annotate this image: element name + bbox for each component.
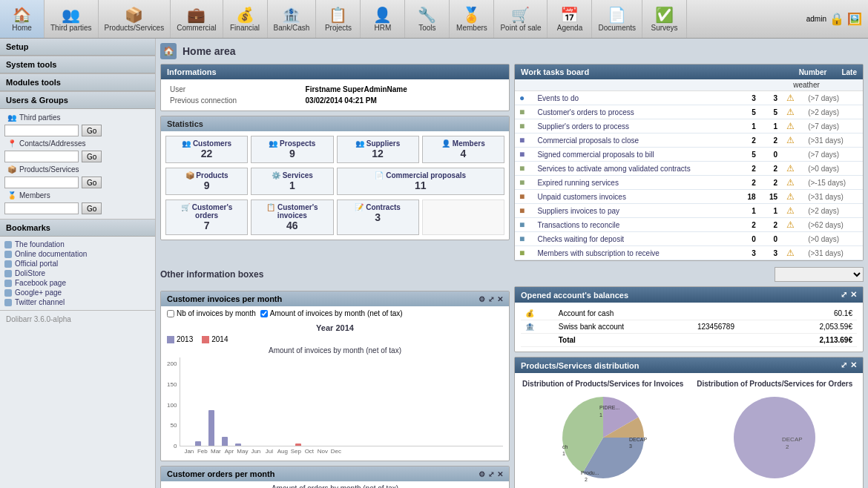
- stat-products[interactable]: 📦 Products 9: [165, 168, 248, 195]
- task-row: ■ Signed commercial proposals to bill 5 …: [515, 148, 863, 162]
- sidebar-modules-tools-title[interactable]: Modules tools: [0, 74, 155, 91]
- distribution-resize-icon[interactable]: ⤢: [841, 360, 847, 370]
- chart-close-icon[interactable]: ✕: [497, 295, 503, 303]
- stat-customer-orders[interactable]: 🛒 Customer's orders 7: [165, 200, 248, 235]
- orders-close-icon[interactable]: ✕: [497, 470, 503, 478]
- nav-commercial[interactable]: 💼 Commercial: [171, 0, 223, 38]
- products-go-button[interactable]: Go: [82, 177, 102, 188]
- task-row: ■ Unpaid customers invoices 18 15 ⚠ (>31…: [515, 190, 863, 204]
- task-label[interactable]: Supplier's orders to process: [533, 119, 738, 133]
- task-status-icon: ■: [515, 232, 533, 246]
- bookmark-googleplus[interactable]: Google+ page: [4, 288, 151, 297]
- stat-contracts[interactable]: 📝 Contracts 3: [337, 200, 419, 235]
- other-info-filter-select[interactable]: [775, 267, 864, 282]
- members-go-button[interactable]: Go: [82, 202, 102, 214]
- orders-resize-icon[interactable]: ⤢: [488, 470, 494, 478]
- task-label[interactable]: Suppliers invoices to pay: [533, 204, 738, 218]
- bookmark-twitter[interactable]: Twitter channel: [4, 297, 151, 307]
- orders-chart-controls: ⚙ ⤢ ✕: [479, 470, 503, 478]
- task-label[interactable]: Customer's orders to process: [533, 105, 738, 119]
- products-distribution-header: Products/Services distribution ⤢ ✕: [515, 357, 863, 373]
- nav-agenda[interactable]: 📅 Agenda: [548, 0, 592, 38]
- task-late-number: 3: [760, 91, 782, 105]
- task-label[interactable]: Unpaid customers invoices: [533, 190, 738, 204]
- amount-invoices-checkbox[interactable]: [260, 310, 268, 317]
- bookmark-official-portal[interactable]: Official portal: [4, 259, 151, 268]
- stat-customer-invoices[interactable]: 📋 Customer's invoices 46: [251, 200, 333, 235]
- warn-icon: ⚠: [786, 163, 795, 174]
- nav-home[interactable]: 🏠 Home: [0, 0, 45, 38]
- sidebar-bookmarks-title[interactable]: Bookmarks: [0, 220, 155, 237]
- task-warn-cell: ⚠: [782, 162, 803, 176]
- chart-with-axis: 200 150 100 50 0 JanFebMarAprMayJunJulAu…: [167, 357, 503, 455]
- bookmark-foundation[interactable]: The foundation: [4, 240, 151, 249]
- stat-services[interactable]: ⚙️ Services 1: [251, 168, 333, 195]
- nav-documents[interactable]: 📄 Documents: [592, 0, 642, 38]
- stats-row3: 🛒 Customer's orders 7 📋 Customer's invoi…: [161, 200, 509, 240]
- nav-members[interactable]: 🏅 Members: [450, 0, 494, 38]
- third-parties-search-input[interactable]: [4, 125, 79, 136]
- nav-financial[interactable]: 💰 Financial: [223, 0, 268, 38]
- sidebar: Setup System tools Modules tools Users &…: [0, 39, 156, 488]
- pie-label-ch: ch: [562, 444, 568, 449]
- nav-surveys[interactable]: ✅ Surveys: [642, 0, 687, 38]
- task-status-icon: ●: [515, 91, 533, 105]
- nav-third-parties[interactable]: 👥 Third parties: [45, 0, 99, 38]
- task-label[interactable]: Expired running services: [533, 176, 738, 190]
- accounts-close-icon[interactable]: ✕: [850, 290, 857, 300]
- stat-commercial-proposals[interactable]: 📄 Commercial proposals 11: [337, 168, 505, 195]
- task-label[interactable]: Transactions to reconcile: [533, 218, 738, 232]
- sidebar-users-groups-title[interactable]: Users & Groups: [0, 92, 155, 109]
- task-row: ■ Supplier's orders to process 1 1 ⚠ (>7…: [515, 119, 863, 133]
- task-label[interactable]: Events to do: [533, 91, 738, 105]
- task-label[interactable]: Services to activate among validated con…: [533, 162, 738, 176]
- go-row-members: Go: [4, 202, 151, 214]
- task-warn-cell: ⚠: [782, 176, 803, 190]
- distribution-controls: ⤢ ✕: [841, 360, 857, 370]
- sidebar-link-third-parties[interactable]: 👥 Third parties: [4, 112, 151, 123]
- task-warn-cell: ⚠: [782, 133, 803, 148]
- chart-box-controls: ⚙ ⤢ ✕: [479, 295, 503, 303]
- task-label[interactable]: Signed commercial proposals to bill: [533, 148, 738, 162]
- bar-month-label: Apr: [223, 448, 235, 455]
- stat-prospects[interactable]: 👥 Prospects 9: [251, 136, 333, 163]
- sidebar-setup-title[interactable]: Setup: [0, 39, 155, 56]
- stat-members[interactable]: 👤 Members 4: [422, 136, 504, 163]
- accounts-resize-icon[interactable]: ⤢: [841, 290, 847, 300]
- sidebar-link-contacts[interactable]: 📍 Contacts/Addresses: [4, 138, 151, 149]
- sidebar-link-members[interactable]: 🏅 Members: [4, 190, 151, 201]
- orders-chart-label: Amount of orders by month (net of tax): [167, 484, 503, 488]
- bookmark-dolistore[interactable]: DoliStore: [4, 268, 151, 278]
- svg-text:1: 1: [562, 451, 565, 456]
- task-status-icon: ■: [515, 105, 533, 119]
- nav-hrm[interactable]: 👤 HRM: [361, 0, 405, 38]
- contacts-search-input[interactable]: [4, 151, 79, 162]
- distribution-close-icon[interactable]: ✕: [850, 360, 857, 370]
- nav-products-services[interactable]: 📦 Products/Services: [99, 0, 171, 38]
- chart-resize-icon[interactable]: ⤢: [488, 295, 494, 303]
- nav-bank-cash[interactable]: 🏦 Bank/Cash: [268, 0, 317, 38]
- sidebar-section-bookmarks: Bookmarks The foundation Online document…: [0, 220, 155, 311]
- third-parties-go-button[interactable]: Go: [82, 125, 102, 136]
- bookmark-facebook[interactable]: Facebook page: [4, 278, 151, 288]
- stat-customers[interactable]: 👥 Customers 22: [165, 136, 248, 163]
- nav-projects[interactable]: 📋 Projects: [316, 0, 361, 38]
- contacts-go-button[interactable]: Go: [82, 151, 102, 162]
- nav-point-of-sale[interactable]: 🛒 Point of sale: [494, 0, 548, 38]
- sidebar-system-tools-title[interactable]: System tools: [0, 56, 155, 73]
- products-search-input[interactable]: [4, 177, 79, 188]
- bookmark-online-docs[interactable]: Online documentation: [4, 249, 151, 259]
- task-label[interactable]: Checks waiting for deposit: [533, 232, 738, 246]
- members-search-input[interactable]: [4, 202, 79, 214]
- sidebar-link-products-services[interactable]: 📦 Products/Services: [4, 164, 151, 175]
- statistics-box: Statistics 👥 Customers 22 👥 Prospects 9 …: [160, 116, 510, 240]
- svg-text:1: 1: [599, 412, 602, 418]
- stat-suppliers[interactable]: 👥 Suppliers 12: [337, 136, 419, 163]
- task-label[interactable]: Commercial proposals to close: [533, 133, 738, 148]
- bar-2013: [235, 444, 241, 446]
- home-area-title: Home area: [183, 45, 236, 57]
- nav-tools[interactable]: 🔧 Tools: [405, 0, 450, 38]
- nb-invoices-checkbox[interactable]: [167, 310, 174, 317]
- task-label[interactable]: Members with subscription to receive: [533, 246, 738, 260]
- task-row: ■ Suppliers invoices to pay 1 1 ⚠ (>2 da…: [515, 204, 863, 218]
